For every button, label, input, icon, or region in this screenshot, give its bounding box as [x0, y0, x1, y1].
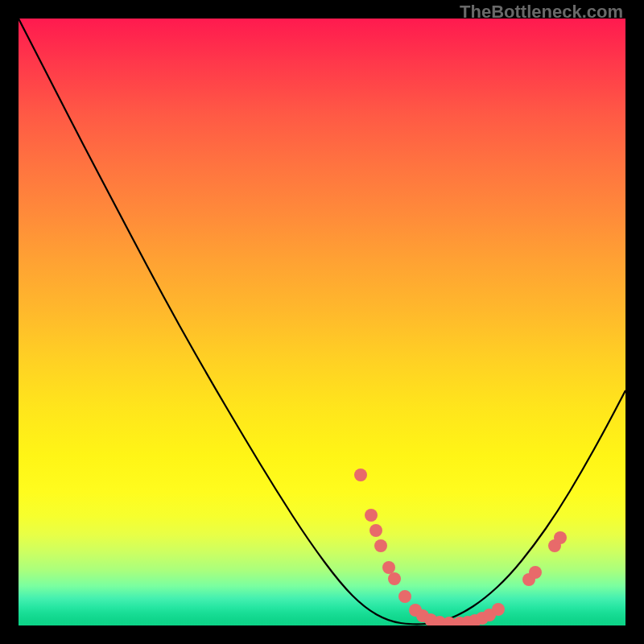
curve-path	[19, 19, 625, 624]
data-marker	[398, 590, 411, 603]
data-marker	[492, 603, 505, 616]
data-marker	[374, 539, 387, 552]
data-marker	[354, 469, 367, 481]
data-marker	[365, 509, 378, 522]
watermark-text: TheBottleneck.com	[460, 2, 623, 23]
data-marker	[554, 531, 567, 544]
chart-area	[19, 19, 625, 625]
chart-svg	[19, 19, 625, 625]
data-marker	[382, 561, 395, 574]
data-marker	[369, 524, 382, 537]
data-marker	[388, 572, 401, 585]
data-marker	[529, 566, 542, 579]
marker-group	[354, 469, 567, 625]
